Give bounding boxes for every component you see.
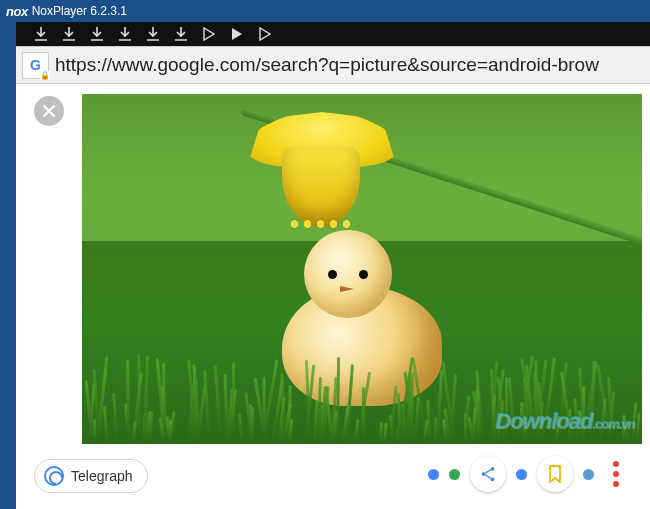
source-chip[interactable]: Telegraph: [34, 459, 148, 493]
bookmark-button[interactable]: [537, 456, 573, 492]
left-column: [16, 84, 82, 448]
download-icon[interactable]: [118, 27, 132, 41]
more-menu-button[interactable]: [604, 461, 628, 487]
indicator-dot: [428, 469, 439, 480]
download-icon[interactable]: [174, 27, 188, 41]
source-label: Telegraph: [71, 468, 133, 484]
close-button[interactable]: [34, 96, 64, 126]
address-bar[interactable]: G 🔒 https://www.google.com/search?q=pict…: [16, 46, 650, 84]
download-icon[interactable]: [90, 27, 104, 41]
globe-icon: [44, 466, 64, 486]
indicator-dot: [583, 469, 594, 480]
play-icon[interactable]: [230, 27, 244, 41]
download-toolbar: [16, 22, 650, 46]
play-icon[interactable]: [202, 27, 216, 41]
image-content[interactable]: (function(){ var f=document.currentScrip…: [82, 94, 642, 444]
image-viewer: (function(){ var f=document.currentScrip…: [82, 84, 650, 448]
action-row: [428, 456, 628, 492]
download-icon[interactable]: [34, 27, 48, 41]
emulator-window: G 🔒 https://www.google.com/search?q=pict…: [16, 22, 650, 509]
url-text: https://www.google.com/search?q=picture&…: [55, 54, 599, 76]
content-area: (function(){ var f=document.currentScrip…: [16, 84, 650, 448]
image-info-bar: Telegraph: [16, 448, 650, 504]
google-site-icon: G 🔒: [22, 52, 49, 79]
share-button[interactable]: [470, 456, 506, 492]
lock-icon: 🔒: [40, 71, 50, 80]
app-logo: nox: [6, 4, 28, 19]
window-title: NoxPlayer 6.2.3.1: [32, 4, 127, 18]
download-icon[interactable]: [62, 27, 76, 41]
window-titlebar: nox NoxPlayer 6.2.3.1: [0, 0, 650, 22]
download-icon[interactable]: [146, 27, 160, 41]
play-icon[interactable]: [258, 27, 272, 41]
indicator-dot: [516, 469, 527, 480]
indicator-dot: [449, 469, 460, 480]
watermark: Download.com.vn: [495, 408, 634, 434]
